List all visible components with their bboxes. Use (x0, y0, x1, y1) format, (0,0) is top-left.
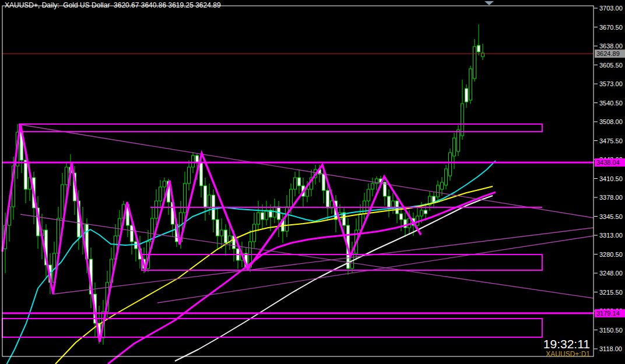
server-clock: 19:32:11 (543, 338, 590, 350)
ma-long-white (175, 196, 493, 361)
chart-title: XAUUSD+, Daily: Gold US Dollar 3620.67 3… (5, 1, 221, 9)
shift-marker-icon[interactable] (484, 1, 494, 5)
candle-bull (437, 185, 440, 197)
candle-bull (461, 104, 464, 136)
candle-bull (159, 187, 162, 201)
candle-bear (24, 160, 27, 189)
candle-bull (371, 183, 374, 189)
axis-price-label[interactable]: 3703.00 (599, 5, 623, 12)
axis-price-label[interactable]: 3378.00 (599, 194, 623, 201)
candle-bull (457, 130, 460, 151)
candle-bull (441, 182, 444, 189)
candle-bear (224, 230, 227, 243)
candle-bear (200, 162, 203, 186)
candle-bull (192, 156, 195, 167)
candle-bear (131, 225, 134, 242)
axis-price-label[interactable]: 3508.00 (599, 118, 623, 125)
price-rectangle[interactable] (2, 319, 542, 337)
candle-bull (257, 213, 260, 224)
axis-price-label[interactable]: 3215.50 (599, 289, 623, 296)
axis-price-label[interactable]: 3118.00 (599, 345, 622, 352)
candle-bear (322, 174, 325, 190)
candle-bull (306, 189, 309, 196)
axis-price-label[interactable]: 3638.00 (599, 43, 623, 50)
axis-price-label[interactable]: 3150.50 (599, 327, 623, 334)
candle-bull (408, 218, 411, 228)
candle-bull (265, 210, 268, 220)
symbol-period-label: XAUUSD+:D1 (543, 350, 590, 358)
price-badge-text: 3438.04 (596, 159, 620, 166)
candle-bull (367, 189, 370, 201)
candle-bear (196, 156, 199, 162)
zigzag-line[interactable] (2, 124, 421, 342)
candle-bear (388, 196, 391, 208)
axis-price-label[interactable]: 3345.50 (599, 213, 623, 220)
price-badge-text: 3179.14 (596, 310, 620, 317)
axis-price-label[interactable]: 3573.00 (599, 80, 623, 87)
candle-bull (453, 138, 456, 156)
candle-bear (135, 242, 138, 249)
axis-price-label[interactable]: 3605.50 (599, 62, 623, 69)
candle-bear (216, 220, 219, 236)
axis-price-label[interactable]: 3280.50 (599, 251, 623, 258)
trendline[interactable] (20, 125, 594, 218)
axis-price-label[interactable]: 3670.50 (599, 24, 623, 31)
axis-price-label[interactable]: 3313.00 (599, 232, 623, 239)
candle-bull (65, 167, 68, 185)
candle-bull (420, 210, 423, 216)
axis-price-label[interactable]: 3475.50 (599, 137, 623, 144)
candle-bull (469, 69, 472, 100)
candle-bear (298, 178, 301, 186)
candle-bull (253, 224, 256, 242)
candle-bear (261, 213, 264, 220)
candle-bull (155, 201, 158, 218)
candle-bull (286, 207, 289, 231)
candle-bull (445, 169, 448, 185)
axis-price-label[interactable]: 3410.50 (599, 175, 623, 182)
candle-bear (477, 45, 480, 52)
candle-bull (208, 195, 211, 208)
candle-bear (204, 186, 207, 208)
candle-bear (326, 190, 329, 208)
price-badge-text: 3624.89 (596, 50, 620, 57)
candle-bull (188, 167, 191, 183)
price-rectangle[interactable] (142, 255, 542, 270)
candle-bull (473, 47, 476, 79)
candle-bull (359, 214, 362, 230)
candle-bull (163, 181, 166, 187)
axis-price-label[interactable]: 3540.50 (599, 100, 623, 107)
candle-bull (220, 230, 223, 236)
candle-bear (400, 214, 403, 220)
axis-price-label[interactable]: 3248.00 (599, 270, 623, 277)
candle-bear (424, 210, 427, 214)
candle-bull (294, 178, 297, 189)
mt-chart-window: XAUUSD+, Daily: Gold US Dollar 3620.67 3… (0, 0, 625, 364)
clock-box: 19:32:11 XAUUSD+:D1 (543, 338, 590, 358)
candle-bull (449, 153, 452, 176)
chart-canvas[interactable]: 3703.003670.503638.003605.503573.003540.… (0, 0, 625, 364)
candle-bull (184, 183, 187, 213)
candle-bear (465, 89, 468, 102)
candle-bull (290, 189, 293, 207)
candle-bull (61, 185, 64, 218)
